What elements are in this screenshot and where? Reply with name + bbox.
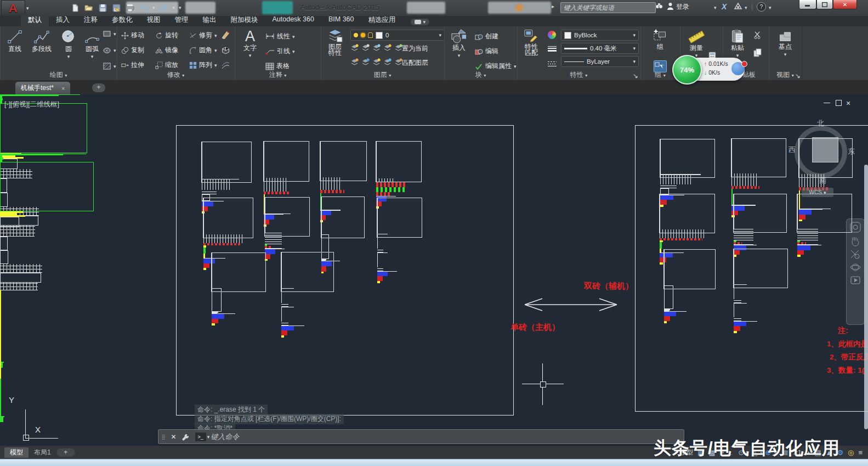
layer-lock-icon[interactable] xyxy=(383,44,392,51)
command-input[interactable] xyxy=(209,432,684,441)
explode-button[interactable] xyxy=(221,46,230,55)
new-layout-button[interactable]: + xyxy=(56,448,75,457)
offset-button[interactable] xyxy=(221,61,230,70)
leader-button[interactable]: 引线▾ xyxy=(265,47,295,56)
close-button[interactable]: ✕ xyxy=(833,0,857,9)
viewport-controls-label[interactable]: [-][俯视][二维线框] xyxy=(4,100,59,109)
steering-wheel-icon[interactable] xyxy=(849,221,861,233)
redo-caret-icon[interactable]: ▾ xyxy=(173,5,175,10)
viewport-restore-icon[interactable] xyxy=(836,100,842,106)
table-button[interactable]: 表格 xyxy=(265,61,290,71)
drawing-tab[interactable]: 机械手test* × xyxy=(15,82,70,94)
layer-walk-icon[interactable] xyxy=(394,58,402,65)
layer-properties-button[interactable]: 图层 特性 xyxy=(323,29,347,57)
modify-button-修剪[interactable]: 修剪▾ xyxy=(189,31,217,40)
base-view-button[interactable]: 基点▾ xyxy=(773,29,797,58)
polyline-button[interactable]: 多段线 xyxy=(27,29,56,53)
signin-caret-icon[interactable]: ▾ xyxy=(714,5,717,10)
infocenter-search-input[interactable] xyxy=(560,2,656,13)
color-wheel-icon[interactable] xyxy=(548,31,556,39)
exchange-apps-icon[interactable]: X xyxy=(722,2,727,11)
ribbon-display-toggle[interactable]: ▾ xyxy=(411,19,430,25)
object-color-dropdown[interactable]: ByBlock▾ xyxy=(561,30,639,41)
match-properties-button[interactable]: 特性 匹配 xyxy=(519,29,543,57)
ribbon-tab-7[interactable]: 附加模块 xyxy=(224,14,265,26)
panel-modify-label[interactable]: 修改 ▾ xyxy=(117,70,235,80)
logo-caret-icon[interactable]: ▾ xyxy=(26,5,29,11)
customize-wrench-icon[interactable] xyxy=(181,433,189,441)
panel-layers-label[interactable]: 图层 ▾ xyxy=(321,70,444,80)
showmotion-icon[interactable] xyxy=(849,275,861,286)
copy-clip-button[interactable] xyxy=(753,48,762,57)
dock-close-icon[interactable]: ✕ xyxy=(171,433,177,441)
modify-button-旋转[interactable]: 旋转 xyxy=(155,31,178,40)
layer-on-icon[interactable] xyxy=(350,58,359,65)
ribbon-tab-10[interactable]: 精选应用 xyxy=(361,14,403,26)
ribbon-tab-5[interactable]: 管理 xyxy=(168,14,196,26)
sign-in-label[interactable]: 登录 xyxy=(676,2,689,12)
panel-annotate-label[interactable]: 注释 ▾ xyxy=(235,70,321,80)
modify-button-圆角[interactable]: 圆角▾ xyxy=(189,46,217,55)
command-line-dock[interactable]: ⣿ ✕ >_ ▾ xyxy=(158,429,684,444)
create-block-button[interactable]: 创建 xyxy=(475,32,498,41)
wcs-dropdown[interactable]: WCS▾ xyxy=(802,188,833,197)
circle-button[interactable]: 圆▾ xyxy=(57,29,80,60)
ribbon-tab-8[interactable]: Autodesk 360 xyxy=(265,14,321,26)
modify-button-复制[interactable]: 复制 xyxy=(121,46,144,55)
infocenter-expand-icon[interactable]: ▸ xyxy=(552,3,554,9)
panel-view-label[interactable]: 视图 ▾ ↘ xyxy=(769,70,802,80)
ribbon-tab-3[interactable]: 参数化 xyxy=(105,14,140,26)
panel-draw-label[interactable]: 绘图 ▾ xyxy=(0,70,117,80)
layer-thaw-icon[interactable] xyxy=(372,58,381,65)
orbit-icon[interactable] xyxy=(849,262,861,273)
new-file-icon[interactable] xyxy=(70,3,80,13)
command-prompt-icon[interactable]: >_ xyxy=(195,433,206,441)
undo-icon[interactable] xyxy=(139,3,149,13)
redo-icon[interactable] xyxy=(159,3,169,13)
minimize-button[interactable] xyxy=(799,0,816,9)
view-launcher-icon[interactable]: ↘ xyxy=(795,72,801,80)
panel-block-label[interactable]: 块 ▾ xyxy=(444,70,517,80)
ribbon-tab-4[interactable]: 视图 xyxy=(140,14,168,26)
viewport-close-icon[interactable]: × xyxy=(846,99,850,108)
navigation-bar[interactable] xyxy=(846,218,865,325)
help-caret-icon[interactable]: ▾ xyxy=(769,5,771,10)
viewcube-west[interactable]: 西 xyxy=(788,145,796,155)
ribbon-tab-6[interactable]: 输出 xyxy=(196,14,224,26)
match-layer-button[interactable]: 匹配图层 xyxy=(402,58,428,68)
layer-isolate-icon[interactable] xyxy=(361,44,370,51)
ribbon-tab-9[interactable]: BIM 360 xyxy=(321,14,361,26)
open-file-icon[interactable] xyxy=(84,3,94,13)
layer-oncurrent-icon[interactable] xyxy=(394,44,402,51)
text-button[interactable]: A 文字▾ xyxy=(239,29,261,59)
layout1-tab[interactable]: 布局1 xyxy=(29,447,56,458)
right-scroll-strip[interactable] xyxy=(864,165,868,429)
viewcube-south[interactable]: 南 xyxy=(819,176,826,186)
linear-dim-button[interactable]: 线性▾ xyxy=(265,32,295,41)
rectangle-tool-button[interactable]: ▾ xyxy=(103,31,116,37)
ribbon-tab-2[interactable]: 注释 xyxy=(77,14,105,26)
viewcube-top-face[interactable] xyxy=(812,137,838,162)
plot-icon[interactable] xyxy=(125,3,135,13)
drawing-canvas[interactable]: [-][俯视][二维线框] — × 双砖（辅机） 单砖（主机） 注: 1、此框内… xyxy=(0,94,868,446)
modify-button-缩放[interactable]: 缩放 xyxy=(155,60,178,70)
help-icon[interactable]: ? xyxy=(757,2,766,12)
undo-caret-icon[interactable]: ▾ xyxy=(152,5,155,10)
panel-properties-label[interactable]: 特性 ▾ ↘ xyxy=(517,70,640,80)
hamburger-menu-icon[interactable]: ≡ xyxy=(856,448,865,457)
search-icon[interactable] xyxy=(655,2,663,10)
zoom-icon[interactable] xyxy=(849,249,861,260)
ribbon-tab-0[interactable]: 默认 xyxy=(21,14,49,26)
dock-grip-icon[interactable]: ⣿ xyxy=(162,434,166,440)
linetype-list-icon[interactable] xyxy=(548,60,557,68)
erase-button[interactable] xyxy=(221,30,230,39)
edit-block-button[interactable]: 编辑 xyxy=(475,47,498,56)
qat-customize-icon[interactable]: ▾ xyxy=(179,5,181,10)
layer-select-dropdown[interactable]: 0 ▾ xyxy=(350,30,445,41)
layer-freeze-icon[interactable] xyxy=(372,44,381,51)
new-drawing-tab-button[interactable]: + xyxy=(92,83,105,92)
viewport-minimize-icon[interactable]: — xyxy=(824,99,830,106)
pan-hand-icon[interactable] xyxy=(849,235,861,246)
group-button[interactable]: 组 xyxy=(648,29,672,50)
drawing-tab-close-icon[interactable]: × xyxy=(61,85,65,92)
